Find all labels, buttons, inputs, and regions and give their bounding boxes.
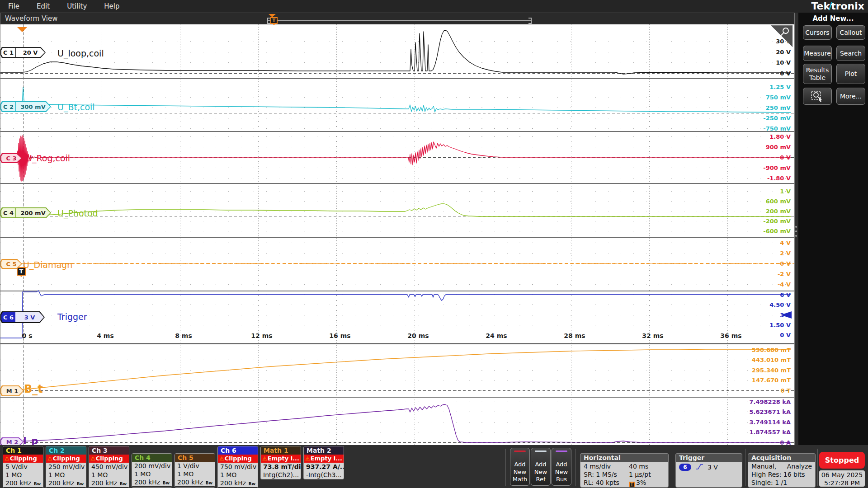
- bandwidth-limit-icon: Bw: [206, 479, 212, 487]
- trace-C3: [0, 135, 791, 181]
- badge-tab[interactable]: Ch 5: [175, 454, 215, 462]
- waveform-traces: [0, 24, 794, 446]
- time-gridline: [649, 24, 650, 446]
- record-view-line: [267, 20, 532, 21]
- sidebar: Add New... Cursors Callout Measure Searc…: [798, 13, 868, 445]
- add-new-math-button[interactable]: Add New Math: [510, 448, 530, 486]
- channel-settings-badge-ch2[interactable]: Ch 2⚠Clipping250 mV/div1 MΩ200 kHzBw: [46, 446, 86, 488]
- record-trigger-flag-icon[interactable]: T: [270, 17, 278, 24]
- more-button[interactable]: More...: [836, 88, 865, 105]
- scale-label-C5: 4 V: [780, 239, 791, 246]
- menu-help[interactable]: Help: [104, 2, 119, 10]
- measure-button[interactable]: Measure: [803, 46, 832, 61]
- clipping-warning: ⚠Empty i...: [304, 455, 344, 463]
- channel-label-C1: U_loop,coil: [57, 48, 104, 58]
- scale-gridline: [0, 380, 794, 380]
- acquisition-panel[interactable]: Acquisition Manual,Analyze High Res: 16 …: [748, 453, 816, 488]
- acquisition-panel-title: Acquisition: [748, 454, 815, 462]
- channel-badge-C4[interactable]: C 4200 mV: [0, 207, 51, 218]
- channel-badge-C3[interactable]: C 3: [0, 153, 22, 163]
- scale-label-C3: -1.80 V: [767, 175, 791, 182]
- channel-badge-M1[interactable]: M 1: [0, 385, 24, 396]
- scale-label-M1: 443.010 mT: [752, 357, 791, 363]
- badge-tab[interactable]: Ch 1: [3, 446, 43, 455]
- scale-label-M2: 0 A: [780, 439, 791, 446]
- badge-info-row: 200 kHzBw: [46, 479, 86, 487]
- scale-label-C5: 0 V: [780, 260, 791, 267]
- scale-label-M1: 0 T: [781, 387, 791, 394]
- channel-settings-badge-ch5[interactable]: Ch 51 V/div1 MΩ200 kHzBw: [175, 453, 215, 488]
- channel-badge-M2[interactable]: M 2: [0, 437, 24, 446]
- add-button-label: Add New Bus: [552, 461, 571, 483]
- plot-button[interactable]: Plot: [836, 64, 865, 84]
- channel-settings-badge-ch6[interactable]: Ch 6⚠Clipping750 mV/div1 MΩ200 kHzBw: [217, 446, 258, 488]
- clipping-warning: ⚠Clipping: [218, 455, 258, 463]
- trigger-panel-title: Trigger: [676, 454, 742, 462]
- badge-tab[interactable]: Ch 2: [46, 446, 86, 455]
- scale-gridline: [0, 370, 794, 371]
- zero-reference-line-C4: [0, 216, 794, 216]
- channel-badge-C1[interactable]: C 120 V: [0, 47, 46, 58]
- channel-badge-C5[interactable]: C 5: [0, 259, 22, 269]
- results-table-button[interactable]: Results Table: [803, 64, 832, 84]
- channel-settings-badge-math1[interactable]: Math 1⚠Empty i...73.8 mT/divIntg(Ch2)...: [260, 446, 301, 479]
- badge-info-row: 1 V/div: [175, 462, 215, 470]
- channel-settings-badge-ch1[interactable]: Ch 1⚠Clipping5 V/div1 MΩ200 kHzBw: [3, 446, 43, 488]
- badge-tab[interactable]: Ch 3: [89, 446, 129, 455]
- time-gridline: [102, 24, 102, 446]
- time-axis-label: 0 s: [22, 332, 33, 339]
- waveform-view-titlebar: Waveform View T: [0, 13, 794, 24]
- badge-info-row: 200 kHzBw: [132, 478, 172, 486]
- record-view-bar[interactable]: T: [267, 13, 532, 24]
- scale-gridline: [0, 147, 794, 147]
- channel-settings-badge-math2[interactable]: Math 2⚠Empty i...937.27 A/...-Intg(Ch3..…: [303, 446, 344, 479]
- channel-settings-badge-ch4[interactable]: Ch 4200 mV/div1 MΩ200 kHzBw: [132, 453, 172, 488]
- trigger-time-marker-icon[interactable]: [17, 27, 27, 32]
- add-new-bus-button[interactable]: Add New Bus: [552, 448, 571, 486]
- splitter-handle-dot[interactable]: [795, 226, 797, 228]
- horizontal-panel[interactable]: Horizontal 4 ms/div40 ms SR: 1 MS/s1 µs/…: [580, 453, 669, 488]
- zoom-select-button[interactable]: [803, 88, 832, 105]
- scale-gridline: [0, 231, 794, 231]
- badge-tab[interactable]: Ch 6: [218, 446, 258, 455]
- splitter-handle-dot[interactable]: [795, 230, 797, 232]
- search-button[interactable]: Search: [836, 46, 865, 61]
- scale-gridline: [0, 253, 794, 253]
- scale-gridline: [0, 52, 794, 52]
- badge-info-row: 1 MΩ: [218, 471, 258, 479]
- scale-gridline: [0, 295, 794, 295]
- badge-tab[interactable]: Math 1: [261, 446, 301, 455]
- menu-file[interactable]: File: [8, 2, 19, 10]
- scale-gridline: [0, 305, 794, 305]
- horizontal-position: 3%: [636, 479, 646, 486]
- channel-label-C4: U_Photod: [57, 208, 98, 218]
- channel-badge-C2[interactable]: C 2300 mV: [0, 101, 51, 112]
- time-axis-label: 8 ms: [175, 332, 192, 339]
- time-gridline: [336, 24, 337, 446]
- channel-settings-badge-ch3[interactable]: Ch 3⚠Clipping450 mV/div1 MΩ200 kHzBw: [89, 446, 129, 488]
- menu-utility[interactable]: Utility: [67, 2, 87, 10]
- channel-label-C6: Trigger: [57, 312, 87, 322]
- badge-tab[interactable]: Ch 4: [132, 454, 172, 462]
- waveform-grid[interactable]: 30 V20 V10 V0 V1.25 V750 mV250 mV-250 mV…: [0, 24, 794, 446]
- menu-edit[interactable]: Edit: [37, 2, 50, 10]
- scale-label-M1: 590.680 mT: [752, 347, 791, 353]
- time-axis-label: 12 ms: [251, 332, 272, 339]
- bottom-settings-bar: Horizontal 4 ms/div40 ms SR: 1 MS/s1 µs/…: [0, 445, 868, 488]
- run-stop-status[interactable]: Stopped: [819, 452, 865, 469]
- scale-gridline: [0, 128, 794, 129]
- time-gridline: [415, 24, 415, 446]
- scale-label-M2: 7.498228 kA: [750, 399, 791, 405]
- callout-button[interactable]: Callout: [836, 25, 865, 40]
- splitter-handle-dot[interactable]: [795, 235, 797, 237]
- channel-badge-C6[interactable]: C 63 V: [0, 311, 45, 323]
- scale-label-C1: 0 V: [780, 70, 791, 77]
- zero-reference-line-C3: [0, 157, 794, 158]
- badge-tab[interactable]: Math 2: [304, 446, 344, 455]
- scale-label-M2: 3.749114 kA: [750, 419, 791, 426]
- cursors-button[interactable]: Cursors: [803, 25, 832, 40]
- slice-separator: [0, 78, 794, 79]
- add-new-ref-button[interactable]: Add New Ref: [531, 448, 551, 486]
- scale-gridline: [0, 221, 794, 221]
- trigger-panel[interactable]: Trigger 6 3 V: [675, 453, 742, 488]
